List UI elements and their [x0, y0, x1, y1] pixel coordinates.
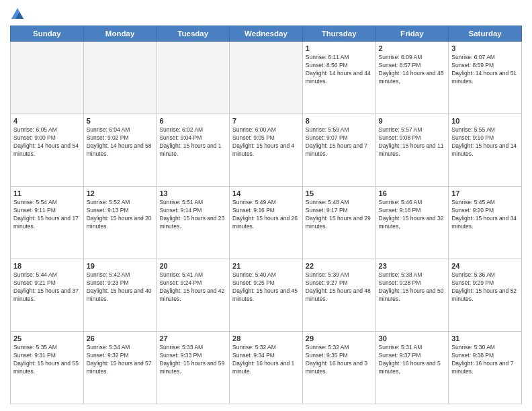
week-row-5: 25Sunrise: 5:35 AM Sunset: 9:31 PM Dayli… — [11, 332, 522, 404]
day-info: Sunrise: 5:57 AM Sunset: 9:08 PM Dayligh… — [379, 126, 446, 158]
day-info: Sunrise: 6:04 AM Sunset: 9:02 PM Dayligh… — [87, 126, 154, 158]
day-info: Sunrise: 6:02 AM Sunset: 9:04 PM Dayligh… — [159, 126, 226, 158]
day-number: 8 — [306, 117, 373, 125]
calendar-cell: 4Sunrise: 6:05 AM Sunset: 9:00 PM Daylig… — [11, 114, 84, 187]
day-info: Sunrise: 5:30 AM Sunset: 9:38 PM Dayligh… — [451, 344, 519, 376]
day-number: 18 — [13, 262, 81, 270]
logo-icon — [10, 7, 25, 21]
calendar-cell: 20Sunrise: 5:41 AM Sunset: 9:24 PM Dayli… — [157, 259, 230, 332]
calendar-cell: 14Sunrise: 5:49 AM Sunset: 9:16 PM Dayli… — [230, 187, 303, 259]
day-number: 10 — [451, 117, 519, 125]
calendar-cell — [230, 42, 303, 114]
day-info: Sunrise: 5:32 AM Sunset: 9:35 PM Dayligh… — [306, 344, 373, 376]
calendar-cell: 16Sunrise: 5:46 AM Sunset: 9:18 PM Dayli… — [375, 187, 449, 259]
calendar-cell: 22Sunrise: 5:39 AM Sunset: 9:27 PM Dayli… — [302, 259, 375, 332]
day-info: Sunrise: 5:54 AM Sunset: 9:11 PM Dayligh… — [13, 199, 81, 231]
day-header-tuesday: Tuesday — [157, 26, 230, 42]
day-number: 26 — [87, 334, 154, 342]
day-info: Sunrise: 5:59 AM Sunset: 9:07 PM Dayligh… — [306, 126, 373, 158]
calendar-table: SundayMondayTuesdayWednesdayThursdayFrid… — [10, 26, 522, 404]
week-row-2: 4Sunrise: 6:05 AM Sunset: 9:00 PM Daylig… — [11, 114, 522, 187]
calendar-cell: 9Sunrise: 5:57 AM Sunset: 9:08 PM Daylig… — [375, 114, 449, 187]
day-number: 25 — [13, 334, 81, 342]
day-info: Sunrise: 5:51 AM Sunset: 9:14 PM Dayligh… — [159, 199, 226, 231]
calendar-cell: 17Sunrise: 5:45 AM Sunset: 9:20 PM Dayli… — [449, 187, 522, 259]
day-number: 4 — [13, 117, 81, 125]
day-info: Sunrise: 5:46 AM Sunset: 9:18 PM Dayligh… — [379, 199, 446, 231]
day-number: 3 — [451, 44, 519, 52]
calendar-cell: 18Sunrise: 5:44 AM Sunset: 9:21 PM Dayli… — [11, 259, 84, 332]
calendar-cell: 26Sunrise: 5:34 AM Sunset: 9:32 PM Dayli… — [83, 332, 157, 404]
day-number: 5 — [87, 117, 154, 125]
calendar-cell: 31Sunrise: 5:30 AM Sunset: 9:38 PM Dayli… — [449, 332, 522, 404]
calendar-header: SundayMondayTuesdayWednesdayThursdayFrid… — [11, 26, 522, 42]
calendar-cell: 15Sunrise: 5:48 AM Sunset: 9:17 PM Dayli… — [302, 187, 375, 259]
day-header-thursday: Thursday — [302, 26, 375, 42]
day-header-friday: Friday — [375, 26, 449, 42]
day-number: 15 — [306, 189, 373, 197]
calendar-cell — [83, 42, 157, 114]
calendar-cell: 6Sunrise: 6:02 AM Sunset: 9:04 PM Daylig… — [157, 114, 230, 187]
day-number: 11 — [13, 189, 81, 197]
day-info: Sunrise: 5:49 AM Sunset: 9:16 PM Dayligh… — [232, 199, 300, 231]
day-number: 6 — [159, 117, 226, 125]
calendar-cell: 8Sunrise: 5:59 AM Sunset: 9:07 PM Daylig… — [302, 114, 375, 187]
day-info: Sunrise: 5:34 AM Sunset: 9:32 PM Dayligh… — [87, 344, 154, 376]
calendar-cell: 30Sunrise: 5:31 AM Sunset: 9:37 PM Dayli… — [375, 332, 449, 404]
day-info: Sunrise: 6:07 AM Sunset: 8:59 PM Dayligh… — [451, 54, 519, 86]
calendar-cell: 29Sunrise: 5:32 AM Sunset: 9:35 PM Dayli… — [302, 332, 375, 404]
day-header-sunday: Sunday — [11, 26, 84, 42]
day-number: 27 — [159, 334, 226, 342]
day-number: 17 — [451, 189, 519, 197]
calendar-cell: 23Sunrise: 5:38 AM Sunset: 9:28 PM Dayli… — [375, 259, 449, 332]
day-number: 31 — [451, 334, 519, 342]
day-info: Sunrise: 5:48 AM Sunset: 9:17 PM Dayligh… — [306, 199, 373, 231]
day-info: Sunrise: 5:33 AM Sunset: 9:33 PM Dayligh… — [159, 344, 226, 376]
day-info: Sunrise: 5:55 AM Sunset: 9:10 PM Dayligh… — [451, 126, 519, 158]
day-info: Sunrise: 5:52 AM Sunset: 9:13 PM Dayligh… — [87, 199, 154, 231]
calendar-cell: 28Sunrise: 5:32 AM Sunset: 9:34 PM Dayli… — [230, 332, 303, 404]
calendar-cell: 3Sunrise: 6:07 AM Sunset: 8:59 PM Daylig… — [449, 42, 522, 114]
day-number: 22 — [306, 262, 373, 270]
calendar-cell: 1Sunrise: 6:11 AM Sunset: 8:56 PM Daylig… — [302, 42, 375, 114]
day-number: 1 — [306, 44, 373, 52]
day-number: 29 — [306, 334, 373, 342]
day-info: Sunrise: 5:39 AM Sunset: 9:27 PM Dayligh… — [306, 271, 373, 304]
day-info: Sunrise: 5:36 AM Sunset: 9:29 PM Dayligh… — [451, 271, 519, 304]
day-number: 7 — [232, 117, 300, 125]
calendar-cell: 5Sunrise: 6:04 AM Sunset: 9:02 PM Daylig… — [83, 114, 157, 187]
calendar-cell: 19Sunrise: 5:42 AM Sunset: 9:23 PM Dayli… — [83, 259, 157, 332]
logo — [10, 7, 26, 21]
day-info: Sunrise: 5:41 AM Sunset: 9:24 PM Dayligh… — [159, 271, 226, 304]
day-info: Sunrise: 5:45 AM Sunset: 9:20 PM Dayligh… — [451, 199, 519, 231]
day-number: 9 — [379, 117, 446, 125]
header — [10, 7, 522, 21]
calendar-cell: 25Sunrise: 5:35 AM Sunset: 9:31 PM Dayli… — [11, 332, 84, 404]
day-info: Sunrise: 6:05 AM Sunset: 9:00 PM Dayligh… — [13, 126, 81, 158]
week-row-1: 1Sunrise: 6:11 AM Sunset: 8:56 PM Daylig… — [11, 42, 522, 114]
day-header-monday: Monday — [83, 26, 157, 42]
day-header-wednesday: Wednesday — [230, 26, 303, 42]
page: SundayMondayTuesdayWednesdayThursdayFrid… — [0, 0, 532, 411]
day-number: 23 — [379, 262, 446, 270]
day-info: Sunrise: 6:11 AM Sunset: 8:56 PM Dayligh… — [306, 54, 373, 86]
calendar-cell: 10Sunrise: 5:55 AM Sunset: 9:10 PM Dayli… — [449, 114, 522, 187]
day-number: 20 — [159, 262, 226, 270]
calendar-cell: 27Sunrise: 5:33 AM Sunset: 9:33 PM Dayli… — [157, 332, 230, 404]
day-number: 28 — [232, 334, 300, 342]
calendar-cell: 13Sunrise: 5:51 AM Sunset: 9:14 PM Dayli… — [157, 187, 230, 259]
day-info: Sunrise: 6:09 AM Sunset: 8:57 PM Dayligh… — [379, 54, 446, 86]
calendar-cell: 11Sunrise: 5:54 AM Sunset: 9:11 PM Dayli… — [11, 187, 84, 259]
calendar-cell: 24Sunrise: 5:36 AM Sunset: 9:29 PM Dayli… — [449, 259, 522, 332]
day-number: 2 — [379, 44, 446, 52]
calendar-cell: 21Sunrise: 5:40 AM Sunset: 9:25 PM Dayli… — [230, 259, 303, 332]
day-number: 12 — [87, 189, 154, 197]
day-info: Sunrise: 5:44 AM Sunset: 9:21 PM Dayligh… — [13, 271, 81, 304]
week-row-4: 18Sunrise: 5:44 AM Sunset: 9:21 PM Dayli… — [11, 259, 522, 332]
day-header-saturday: Saturday — [449, 26, 522, 42]
day-number: 21 — [232, 262, 300, 270]
day-number: 14 — [232, 189, 300, 197]
day-number: 13 — [159, 189, 226, 197]
calendar-cell — [11, 42, 84, 114]
day-headers-row: SundayMondayTuesdayWednesdayThursdayFrid… — [11, 26, 522, 42]
